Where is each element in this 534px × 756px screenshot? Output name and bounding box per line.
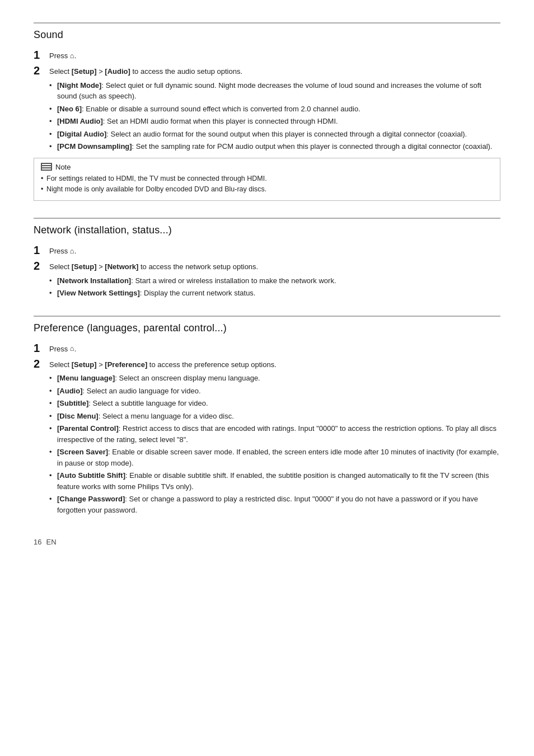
note-label: Note <box>55 163 71 171</box>
network-section: Network (installation, status...) 1 Pres… <box>34 218 500 299</box>
sound-bullet-list: [Night Mode]: Select quiet or full dynam… <box>49 80 500 152</box>
sound-step1-number: 1 <box>34 49 49 61</box>
network-bullet-list: [Network Installation]: Start a wired or… <box>49 275 500 299</box>
list-item: [Night Mode]: Select quiet or full dynam… <box>49 80 500 102</box>
sound-step1: 1 Press ⌂. <box>34 49 500 62</box>
network-step2-number: 2 <box>34 260 49 272</box>
home-icon-network: ⌂ <box>70 246 74 257</box>
sound-section: Sound 1 Press ⌂. 2 Select [Setup] > [Aud… <box>34 22 500 201</box>
preference-bullet-list: [Menu language]: Select an onscreen disp… <box>49 373 500 515</box>
list-item: [Network Installation]: Start a wired or… <box>49 275 500 287</box>
preference-step1-text: Press ⌂. <box>49 342 76 355</box>
list-item: [Parental Control]: Restrict access to d… <box>49 423 500 445</box>
network-step1-text: Press ⌂. <box>49 244 76 257</box>
list-item: Night mode is only available for Dolby e… <box>41 185 493 195</box>
list-item: [Audio]: Select an audio language for vi… <box>49 386 500 397</box>
sound-title: Sound <box>34 22 500 41</box>
page-footer: 16 EN <box>34 538 500 546</box>
lang-label: EN <box>46 538 56 546</box>
preference-step1-number: 1 <box>34 342 49 354</box>
page-number: 16 <box>34 538 41 546</box>
list-item: [Menu language]: Select an onscreen disp… <box>49 373 500 384</box>
network-step1: 1 Press ⌂. <box>34 244 500 257</box>
network-step2: 2 Select [Setup] > [Network] to access t… <box>34 260 500 273</box>
note-icon <box>41 163 52 171</box>
list-item: [HDMI Audio]: Set an HDMI audio format w… <box>49 116 500 127</box>
list-item: [Disc Menu]: Select a menu language for … <box>49 411 500 422</box>
preference-title: Preference (languages, parental control.… <box>34 316 500 334</box>
preference-step2: 2 Select [Setup] > [Preference] to acces… <box>34 358 500 370</box>
home-icon-sound: ⌂ <box>70 50 74 62</box>
sound-step2-number: 2 <box>34 64 49 77</box>
preference-step2-text: Select [Setup] > [Preference] to access … <box>49 358 277 370</box>
preference-step2-number: 2 <box>34 358 49 370</box>
list-item: [Change Password]: Set or change a passw… <box>49 494 500 515</box>
sound-note-list: For settings related to HDMI, the TV mus… <box>41 174 493 195</box>
list-item: [Screen Saver]: Enable or disable screen… <box>49 447 500 468</box>
note-header: Note <box>41 163 493 171</box>
list-item: [PCM Downsampling]: Set the sampling rat… <box>49 141 500 152</box>
list-item: [Subtitle]: Select a subtitle language f… <box>49 398 500 409</box>
network-step2-text: Select [Setup] > [Network] to access the… <box>49 260 258 273</box>
home-icon-preference: ⌂ <box>70 343 74 354</box>
list-item: [View Network Settings]: Display the cur… <box>49 288 500 299</box>
list-item: For settings related to HDMI, the TV mus… <box>41 174 493 184</box>
network-step1-number: 1 <box>34 244 49 256</box>
list-item: [Digital Audio]: Select an audio format … <box>49 129 500 140</box>
preference-section: Preference (languages, parental control.… <box>34 316 500 516</box>
sound-step1-text: Press ⌂. <box>49 49 76 62</box>
sound-step2: 2 Select [Setup] > [Audio] to access the… <box>34 64 500 77</box>
preference-step1: 1 Press ⌂. <box>34 342 500 355</box>
sound-note-box: Note For settings related to HDMI, the T… <box>34 158 500 201</box>
list-item: [Neo 6]: Enable or disable a surround so… <box>49 104 500 115</box>
sound-step2-text: Select [Setup] > [Audio] to access the a… <box>49 64 242 77</box>
list-item: [Auto Subtitle Shift]: Enable or disable… <box>49 470 500 492</box>
network-title: Network (installation, status...) <box>34 218 500 236</box>
